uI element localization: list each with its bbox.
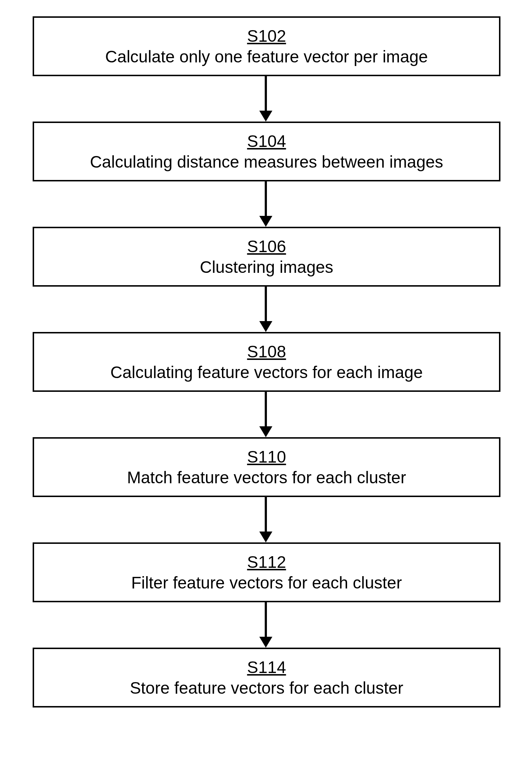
step-id: S106	[41, 237, 492, 256]
flow-step-s112: S112 Filter feature vectors for each clu…	[33, 542, 500, 602]
step-id: S114	[41, 658, 492, 677]
flow-step-s114: S114 Store feature vectors for each clus…	[33, 648, 500, 707]
step-text: Calculating feature vectors for each ima…	[41, 363, 492, 382]
step-text: Calculate only one feature vector per im…	[41, 47, 492, 66]
step-id: S112	[41, 553, 492, 572]
step-id: S108	[41, 342, 492, 361]
step-text: Clustering images	[41, 258, 492, 277]
flow-step-s108: S108 Calculating feature vectors for eac…	[33, 332, 500, 392]
flow-step-s110: S110 Match feature vectors for each clus…	[33, 437, 500, 497]
step-id: S104	[41, 132, 492, 151]
step-text: Match feature vectors for each cluster	[41, 468, 492, 487]
step-text: Store feature vectors for each cluster	[41, 678, 492, 698]
step-id: S102	[41, 26, 492, 46]
step-text: Calculating distance measures between im…	[41, 152, 492, 172]
flow-step-s104: S104 Calculating distance measures betwe…	[33, 122, 500, 181]
step-text: Filter feature vectors for each cluster	[41, 573, 492, 592]
flowchart-canvas: S102 Calculate only one feature vector p…	[0, 0, 532, 763]
flow-step-s102: S102 Calculate only one feature vector p…	[33, 16, 500, 76]
step-id: S110	[41, 447, 492, 467]
flow-step-s106: S106 Clustering images	[33, 227, 500, 287]
